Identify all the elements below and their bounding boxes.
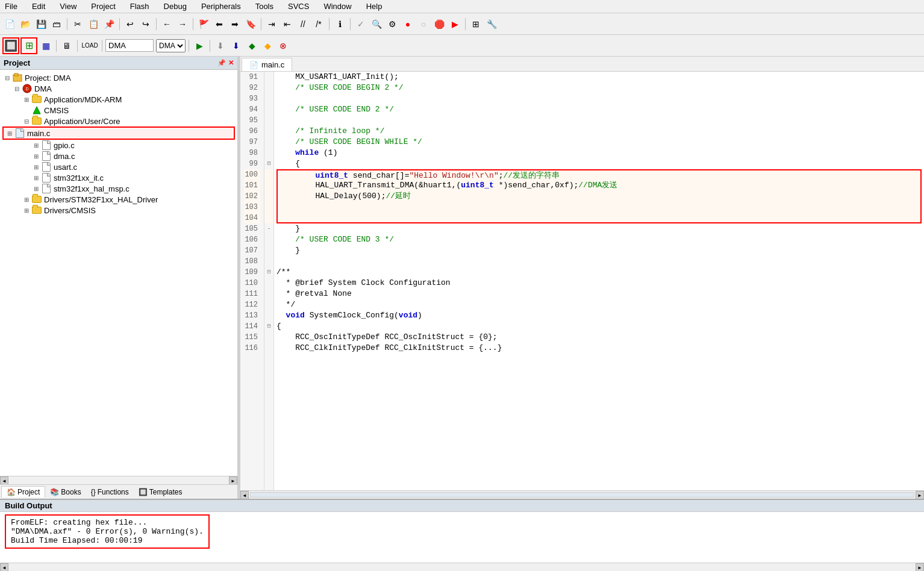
load3-btn[interactable]: ⬇ — [229, 39, 243, 53]
tree-dma-c[interactable]: ⊞ dma.c — [2, 151, 235, 161]
chip-btn[interactable]: 🔲 — [2, 37, 19, 54]
close-panel-icon[interactable]: ✕ — [228, 59, 234, 67]
comment-btn[interactable]: // — [296, 17, 310, 31]
code-line-94: /* USER CODE END 2 */ — [276, 104, 922, 115]
menu-project[interactable]: Project — [89, 1, 117, 12]
indent-btn[interactable]: ⇥ — [264, 17, 279, 31]
chip3-btn[interactable]: ▦ — [39, 39, 53, 53]
unindent-btn[interactable]: ⇤ — [280, 17, 295, 31]
tree-gpio-c[interactable]: ⊞ gpio.c — [2, 140, 235, 151]
menu-flash[interactable]: Flash — [128, 1, 152, 12]
menu-tools[interactable]: Tools — [253, 1, 276, 12]
tree-cmsis[interactable]: CMSIS — [2, 105, 235, 116]
expand-stm32-it[interactable]: ⊞ — [31, 175, 41, 181]
menu-peripherals[interactable]: Peripherals — [199, 1, 243, 12]
tree-stm32-it[interactable]: ⊞ stm32f1xx_it.c — [2, 172, 235, 183]
tree-app-mdk[interactable]: ⊞ Application/MDK-ARM — [2, 94, 235, 105]
cut-btn[interactable]: ✂ — [70, 17, 85, 31]
expand-dma-c[interactable]: ⊞ — [31, 153, 41, 160]
wrench-btn[interactable]: 🔧 — [484, 17, 499, 31]
editor-scroll-right[interactable]: ▶ — [916, 491, 924, 499]
menu-debug[interactable]: Debug — [161, 1, 189, 12]
menu-view[interactable]: View — [57, 1, 79, 12]
expand-stm32-hal-msp[interactable]: ⊞ — [31, 186, 41, 192]
editor-scroll-thumb[interactable] — [250, 492, 914, 498]
tab-templates[interactable]: 🔲 Templates — [134, 487, 187, 498]
editor-scroll-left[interactable]: ◀ — [240, 491, 249, 499]
menu-help[interactable]: Help — [364, 1, 385, 12]
tab-functions[interactable]: {} Functions — [86, 487, 134, 498]
tree-usart-c[interactable]: ⊞ usart.c — [2, 161, 235, 172]
open-btn[interactable]: 📂 — [18, 17, 33, 31]
nav-fwd-btn[interactable]: → — [175, 17, 190, 31]
red-circle-btn[interactable]: ● — [401, 17, 415, 31]
expand-user-core[interactable]: ⊟ — [22, 118, 31, 125]
expand-drivers-cmsis[interactable]: ⊞ — [22, 207, 31, 214]
tree-dma-node[interactable]: ⊟ D DMA — [2, 83, 235, 94]
stop-btn[interactable]: 🛑 — [432, 17, 446, 31]
bookmark-btn[interactable]: 🚩 — [196, 17, 211, 31]
menu-window[interactable]: Window — [321, 1, 354, 12]
paste-btn[interactable]: 📌 — [102, 17, 116, 31]
undo-btn[interactable]: ↩ — [123, 17, 137, 31]
nav-back-btn[interactable]: ← — [160, 17, 174, 31]
options-btn[interactable]: ⚙ — [385, 17, 399, 31]
load2-btn[interactable]: ⬇ — [213, 39, 228, 53]
next-bookmark-btn[interactable]: ➡ — [228, 17, 242, 31]
menu-svcs[interactable]: SVCS — [286, 1, 311, 12]
tree-drivers-hal[interactable]: ⊞ Drivers/STM32F1xx_HAL_Driver — [2, 194, 235, 205]
save-all-btn[interactable]: 🗃 — [49, 17, 64, 31]
expand-dma[interactable]: ⊟ — [12, 86, 22, 92]
green-diamond-btn[interactable]: ◆ — [245, 39, 259, 53]
tab-books[interactable]: 📚 Books — [45, 487, 86, 498]
run2-btn[interactable]: ▶ — [192, 39, 207, 53]
code-area[interactable]: 9192939495969798991001011021031041051061… — [240, 72, 924, 490]
tree-drivers-cmsis[interactable]: ⊞ Drivers/CMSIS — [2, 205, 235, 216]
info-btn[interactable]: ℹ — [332, 17, 347, 31]
code-line-113: void SystemClock_Config(void) — [276, 310, 922, 321]
build-scroll-right[interactable]: ▶ — [916, 563, 924, 571]
circle-btn[interactable]: ○ — [416, 17, 431, 31]
clear-bookmark-btn[interactable]: 🔖 — [243, 17, 258, 31]
uncomment-btn[interactable]: /* — [311, 17, 326, 31]
fold-109[interactable]: ⊟ — [264, 267, 273, 278]
expand-usart-c[interactable]: ⊞ — [31, 164, 41, 170]
tree-project-dma[interactable]: ⊟ Project: DMA — [2, 72, 235, 83]
expand-project[interactable]: ⊟ — [2, 75, 12, 81]
search-btn[interactable]: 🔍 — [369, 17, 384, 31]
orange-diamond-btn[interactable]: ◆ — [260, 39, 275, 53]
prev-bookmark-btn[interactable]: ⬅ — [212, 17, 226, 31]
run-btn[interactable]: ▶ — [448, 17, 462, 31]
fold-114[interactable]: ⊟ — [264, 321, 273, 332]
grid-btn[interactable]: ⊞ — [469, 17, 483, 31]
new-file-btn[interactable]: 📄 — [2, 17, 17, 31]
menu-edit[interactable]: Edit — [30, 1, 48, 12]
device-btn[interactable]: 🖥 — [60, 39, 74, 53]
tree-app-user-core[interactable]: ⊟ Application/User/Core — [2, 116, 235, 126]
scroll-left[interactable]: ◀ — [0, 476, 8, 485]
expand-main-c[interactable]: ⊞ — [5, 130, 14, 137]
load-btn[interactable]: LOAD — [81, 39, 99, 53]
expand-drivers-hal[interactable]: ⊞ — [22, 196, 31, 203]
build-scroll-left[interactable]: ◀ — [0, 563, 8, 571]
fold-99[interactable]: ⊟ — [264, 158, 273, 169]
scroll-track-h[interactable] — [8, 476, 229, 482]
tree-main-c[interactable]: ⊞ main.c — [2, 126, 235, 140]
scroll-right[interactable]: ▶ — [229, 476, 237, 485]
pin-icon[interactable]: 📌 — [217, 59, 226, 67]
build-scroll-track[interactable] — [8, 563, 916, 571]
target-select[interactable]: DMA — [156, 39, 186, 52]
save-btn[interactable]: 💾 — [34, 17, 48, 31]
expand-mdk[interactable]: ⊞ — [22, 96, 31, 103]
menu-file[interactable]: File — [2, 1, 20, 12]
check-btn[interactable]: ✓ — [354, 17, 368, 31]
expand-gpio-c[interactable]: ⊞ — [31, 142, 41, 149]
tab-project[interactable]: 🏠 Project — [1, 486, 45, 498]
copy-btn[interactable]: 📋 — [86, 17, 101, 31]
fold-105[interactable]: - — [264, 223, 273, 234]
erase-btn[interactable]: ⊗ — [276, 39, 290, 53]
editor-tab-main-c[interactable]: 📄 main.c — [242, 58, 292, 71]
chip2-btn[interactable]: ⊞ — [20, 37, 37, 54]
redo-btn[interactable]: ↪ — [139, 17, 153, 31]
tree-stm32-hal-msp[interactable]: ⊞ stm32f1xx_hal_msp.c — [2, 183, 235, 194]
